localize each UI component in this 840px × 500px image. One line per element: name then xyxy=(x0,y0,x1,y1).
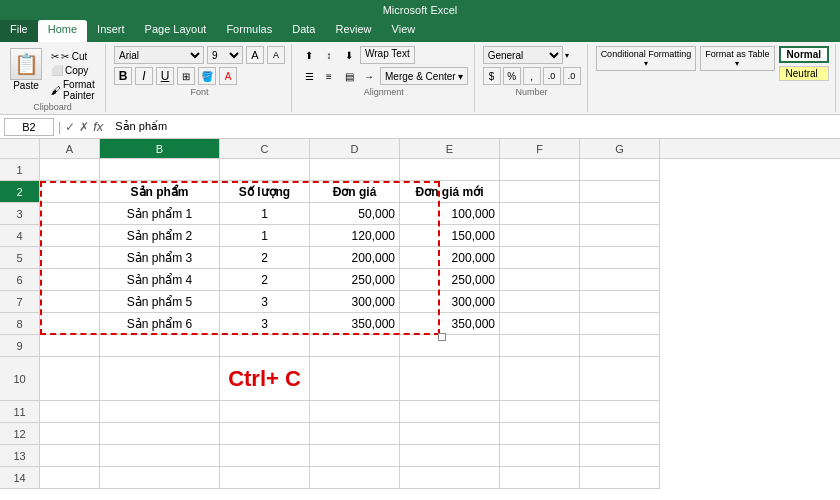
cell-d10[interactable] xyxy=(310,357,400,401)
cell-g13[interactable] xyxy=(580,445,660,467)
cell-b13[interactable] xyxy=(100,445,220,467)
cell-d14[interactable] xyxy=(310,467,400,489)
tab-page-layout[interactable]: Page Layout xyxy=(135,20,217,42)
cell-e4[interactable]: 150,000 xyxy=(400,225,500,247)
cell-a6[interactable] xyxy=(40,269,100,291)
cell-c14[interactable] xyxy=(220,467,310,489)
cell-e14[interactable] xyxy=(400,467,500,489)
comma-button[interactable]: , xyxy=(523,67,541,85)
format-painter-button[interactable]: 🖌 Format Painter xyxy=(49,78,99,102)
cell-c9[interactable] xyxy=(220,335,310,357)
underline-button[interactable]: U xyxy=(156,67,174,85)
cell-e9[interactable] xyxy=(400,335,500,357)
cell-c2[interactable]: Số lượng xyxy=(220,181,310,203)
cell-c1[interactable] xyxy=(220,159,310,181)
cell-f11[interactable] xyxy=(500,401,580,423)
paste-button[interactable]: 📋 Paste xyxy=(6,46,46,93)
cell-a8[interactable] xyxy=(40,313,100,335)
neutral-style-badge[interactable]: Neutral xyxy=(779,66,829,81)
align-middle-button[interactable]: ↕ xyxy=(320,46,338,64)
cell-c5[interactable]: 2 xyxy=(220,247,310,269)
tab-review[interactable]: Review xyxy=(325,20,381,42)
cell-g4[interactable] xyxy=(580,225,660,247)
align-center-button[interactable]: ≡ xyxy=(320,67,338,85)
copy-button[interactable]: ⬜ Copy xyxy=(49,64,99,77)
cell-f14[interactable] xyxy=(500,467,580,489)
col-header-b[interactable]: B xyxy=(100,139,220,158)
align-bottom-button[interactable]: ⬇ xyxy=(340,46,358,64)
cell-c8[interactable]: 3 xyxy=(220,313,310,335)
cell-a10[interactable] xyxy=(40,357,100,401)
col-header-f[interactable]: F xyxy=(500,139,580,158)
cell-b8[interactable]: Sản phẩm 6 xyxy=(100,313,220,335)
cell-g3[interactable] xyxy=(580,203,660,225)
cell-d1[interactable] xyxy=(310,159,400,181)
cell-a14[interactable] xyxy=(40,467,100,489)
cell-d2[interactable]: Đơn giá xyxy=(310,181,400,203)
cell-e2[interactable]: Đơn giá mới xyxy=(400,181,500,203)
tab-file[interactable]: File xyxy=(0,20,38,42)
cell-d3[interactable]: 50,000 xyxy=(310,203,400,225)
cell-g14[interactable] xyxy=(580,467,660,489)
col-header-g[interactable]: G xyxy=(580,139,660,158)
cell-e1[interactable] xyxy=(400,159,500,181)
cell-a4[interactable] xyxy=(40,225,100,247)
col-header-c[interactable]: C xyxy=(220,139,310,158)
cell-b11[interactable] xyxy=(100,401,220,423)
cell-d12[interactable] xyxy=(310,423,400,445)
cell-c13[interactable] xyxy=(220,445,310,467)
cell-g12[interactable] xyxy=(580,423,660,445)
font-size-select[interactable]: 9 xyxy=(207,46,243,64)
cell-b12[interactable] xyxy=(100,423,220,445)
cell-e3[interactable]: 100,000 xyxy=(400,203,500,225)
cell-c12[interactable] xyxy=(220,423,310,445)
cut-button[interactable]: ✂ ✂ Cut xyxy=(49,50,99,63)
font-name-select[interactable]: Arial xyxy=(114,46,204,64)
cell-b6[interactable]: Sản phẩm 4 xyxy=(100,269,220,291)
cell-a5[interactable] xyxy=(40,247,100,269)
cell-reference-input[interactable] xyxy=(4,118,54,136)
cell-e12[interactable] xyxy=(400,423,500,445)
indent-button[interactable]: → xyxy=(360,67,378,85)
decrease-decimal-button[interactable]: .0 xyxy=(563,67,581,85)
cell-f8[interactable] xyxy=(500,313,580,335)
number-format-select[interactable]: General xyxy=(483,46,563,64)
cell-d5[interactable]: 200,000 xyxy=(310,247,400,269)
cell-a12[interactable] xyxy=(40,423,100,445)
cell-a2[interactable] xyxy=(40,181,100,203)
bold-button[interactable]: B xyxy=(114,67,132,85)
cell-b7[interactable]: Sản phẩm 5 xyxy=(100,291,220,313)
cell-f3[interactable] xyxy=(500,203,580,225)
cell-e8[interactable]: 350,000 xyxy=(400,313,500,335)
cell-b2[interactable]: Sản phẩm xyxy=(100,181,220,203)
normal-style-badge[interactable]: Normal xyxy=(779,46,829,63)
cell-f6[interactable] xyxy=(500,269,580,291)
cell-a11[interactable] xyxy=(40,401,100,423)
cell-e6[interactable]: 250,000 xyxy=(400,269,500,291)
cell-c4[interactable]: 1 xyxy=(220,225,310,247)
cell-a13[interactable] xyxy=(40,445,100,467)
cell-c11[interactable] xyxy=(220,401,310,423)
cell-f9[interactable] xyxy=(500,335,580,357)
cell-e7[interactable]: 300,000 xyxy=(400,291,500,313)
cell-f4[interactable] xyxy=(500,225,580,247)
cell-f13[interactable] xyxy=(500,445,580,467)
decrease-font-button[interactable]: A xyxy=(267,46,285,64)
cell-g9[interactable] xyxy=(580,335,660,357)
cell-f5[interactable] xyxy=(500,247,580,269)
cell-g8[interactable] xyxy=(580,313,660,335)
cell-d11[interactable] xyxy=(310,401,400,423)
cell-c7[interactable]: 3 xyxy=(220,291,310,313)
cell-e13[interactable] xyxy=(400,445,500,467)
tab-home[interactable]: Home xyxy=(38,20,87,42)
fill-color-button[interactable]: 🪣 xyxy=(198,67,216,85)
font-color-button[interactable]: A xyxy=(219,67,237,85)
cell-a7[interactable] xyxy=(40,291,100,313)
cell-b3[interactable]: Sản phẩm 1 xyxy=(100,203,220,225)
cell-f1[interactable] xyxy=(500,159,580,181)
cell-a9[interactable] xyxy=(40,335,100,357)
cell-d8[interactable]: 350,000 xyxy=(310,313,400,335)
cell-g7[interactable] xyxy=(580,291,660,313)
conditional-formatting-button[interactable]: Conditional Formatting ▾ xyxy=(596,46,697,71)
tab-formulas[interactable]: Formulas xyxy=(216,20,282,42)
